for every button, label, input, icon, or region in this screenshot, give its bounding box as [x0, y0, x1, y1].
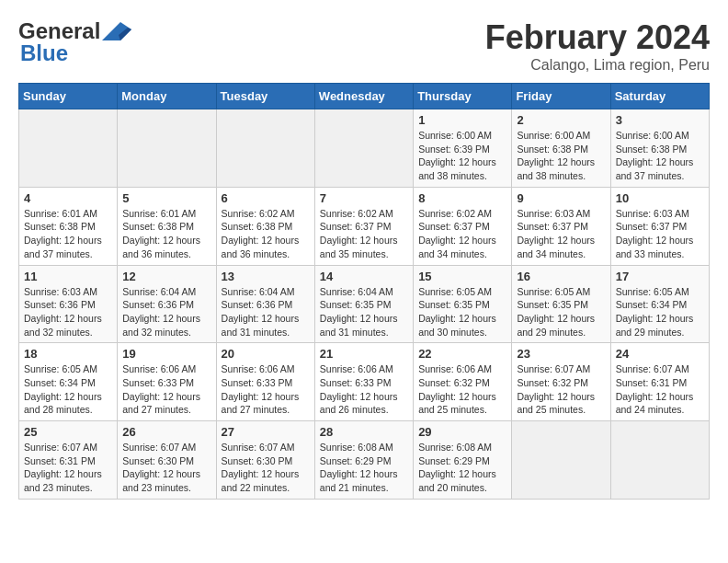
day-info: Sunrise: 6:00 AM Sunset: 6:39 PM Dayligh…	[418, 129, 506, 183]
day-number: 9	[517, 191, 605, 205]
day-info: Sunrise: 6:05 AM Sunset: 6:34 PM Dayligh…	[616, 285, 704, 339]
day-info: Sunrise: 6:05 AM Sunset: 6:34 PM Dayligh…	[24, 362, 112, 417]
calendar-cell: 23Sunrise: 6:07 AM Sunset: 6:32 PM Dayli…	[512, 343, 610, 421]
calendar-cell: 15Sunrise: 6:05 AM Sunset: 6:35 PM Dayli…	[414, 265, 512, 343]
logo-blue: Blue	[20, 40, 68, 66]
day-number: 11	[24, 270, 112, 283]
calendar-cell: 20Sunrise: 6:06 AM Sunset: 6:33 PM Dayli…	[216, 343, 314, 421]
calendar-cell: 9Sunrise: 6:03 AM Sunset: 6:37 PM Daylig…	[512, 187, 610, 265]
calendar-cell: 25Sunrise: 6:07 AM Sunset: 6:31 PM Dayli…	[19, 421, 118, 500]
calendar-cell: 6Sunrise: 6:02 AM Sunset: 6:38 PM Daylig…	[216, 187, 314, 265]
day-number: 17	[616, 270, 704, 283]
day-number: 28	[320, 425, 408, 439]
calendar-cell: 24Sunrise: 6:07 AM Sunset: 6:31 PM Dayli…	[610, 343, 709, 421]
calendar-cell: 28Sunrise: 6:08 AM Sunset: 6:29 PM Dayli…	[314, 421, 413, 500]
day-number: 24	[616, 347, 704, 361]
calendar-cell: 12Sunrise: 6:04 AM Sunset: 6:36 PM Dayli…	[118, 265, 216, 343]
day-info: Sunrise: 6:08 AM Sunset: 6:29 PM Dayligh…	[320, 441, 408, 495]
day-header-thursday: Thursday	[414, 84, 512, 109]
calendar-cell	[19, 109, 118, 188]
day-info: Sunrise: 6:06 AM Sunset: 6:33 PM Dayligh…	[122, 362, 210, 417]
day-number: 23	[517, 347, 605, 361]
day-info: Sunrise: 6:02 AM Sunset: 6:37 PM Dayligh…	[320, 207, 408, 261]
day-number: 5	[122, 191, 210, 205]
calendar-week-3: 18Sunrise: 6:05 AM Sunset: 6:34 PM Dayli…	[19, 343, 710, 421]
day-number: 7	[320, 191, 408, 205]
day-info: Sunrise: 6:06 AM Sunset: 6:33 PM Dayligh…	[320, 362, 408, 417]
day-info: Sunrise: 6:07 AM Sunset: 6:32 PM Dayligh…	[517, 362, 605, 417]
calendar-cell	[118, 109, 216, 188]
day-number: 18	[24, 347, 112, 361]
page-subtitle: Calango, Lima region, Peru	[485, 57, 710, 74]
day-info: Sunrise: 6:01 AM Sunset: 6:38 PM Dayligh…	[122, 207, 210, 261]
calendar-cell: 16Sunrise: 6:05 AM Sunset: 6:35 PM Dayli…	[512, 265, 610, 343]
calendar: SundayMondayTuesdayWednesdayThursdayFrid…	[18, 83, 710, 500]
logo: General Blue	[18, 18, 131, 66]
day-info: Sunrise: 6:06 AM Sunset: 6:33 PM Dayligh…	[222, 362, 310, 417]
day-number: 1	[418, 113, 506, 127]
day-number: 26	[122, 425, 210, 439]
day-header-monday: Monday	[118, 84, 216, 109]
day-info: Sunrise: 6:05 AM Sunset: 6:35 PM Dayligh…	[517, 285, 605, 339]
calendar-cell: 7Sunrise: 6:02 AM Sunset: 6:37 PM Daylig…	[314, 187, 413, 265]
calendar-cell	[216, 109, 314, 188]
day-number: 13	[222, 270, 310, 283]
day-number: 29	[418, 425, 506, 439]
day-number: 21	[320, 347, 408, 361]
calendar-cell: 29Sunrise: 6:08 AM Sunset: 6:29 PM Dayli…	[414, 421, 512, 500]
day-number: 25	[24, 425, 112, 439]
day-info: Sunrise: 6:04 AM Sunset: 6:35 PM Dayligh…	[320, 285, 408, 339]
day-info: Sunrise: 6:02 AM Sunset: 6:38 PM Dayligh…	[222, 207, 310, 261]
day-number: 10	[616, 191, 704, 205]
day-info: Sunrise: 6:04 AM Sunset: 6:36 PM Dayligh…	[222, 285, 310, 339]
day-info: Sunrise: 6:07 AM Sunset: 6:30 PM Dayligh…	[122, 441, 210, 495]
calendar-cell: 8Sunrise: 6:02 AM Sunset: 6:37 PM Daylig…	[414, 187, 512, 265]
day-info: Sunrise: 6:07 AM Sunset: 6:31 PM Dayligh…	[24, 441, 112, 495]
calendar-cell: 17Sunrise: 6:05 AM Sunset: 6:34 PM Dayli…	[610, 265, 709, 343]
calendar-cell: 26Sunrise: 6:07 AM Sunset: 6:30 PM Dayli…	[118, 421, 216, 500]
calendar-cell: 14Sunrise: 6:04 AM Sunset: 6:35 PM Dayli…	[314, 265, 413, 343]
calendar-body: 1Sunrise: 6:00 AM Sunset: 6:39 PM Daylig…	[19, 109, 710, 500]
day-info: Sunrise: 6:00 AM Sunset: 6:38 PM Dayligh…	[616, 129, 704, 183]
calendar-header: SundayMondayTuesdayWednesdayThursdayFrid…	[19, 84, 710, 109]
logo-icon	[102, 22, 131, 40]
day-number: 15	[418, 270, 506, 283]
calendar-cell: 19Sunrise: 6:06 AM Sunset: 6:33 PM Dayli…	[118, 343, 216, 421]
day-number: 2	[517, 113, 605, 127]
title-section: February 2024 Calango, Lima region, Peru	[485, 18, 710, 74]
day-info: Sunrise: 6:03 AM Sunset: 6:37 PM Dayligh…	[616, 207, 704, 261]
calendar-cell	[512, 421, 610, 500]
day-number: 14	[320, 270, 408, 283]
day-info: Sunrise: 6:03 AM Sunset: 6:36 PM Dayligh…	[24, 285, 112, 339]
calendar-week-4: 25Sunrise: 6:07 AM Sunset: 6:31 PM Dayli…	[19, 421, 710, 500]
day-info: Sunrise: 6:06 AM Sunset: 6:32 PM Dayligh…	[418, 362, 506, 417]
calendar-cell	[314, 109, 413, 188]
calendar-cell: 21Sunrise: 6:06 AM Sunset: 6:33 PM Dayli…	[314, 343, 413, 421]
day-number: 27	[222, 425, 310, 439]
day-number: 4	[24, 191, 112, 205]
day-number: 8	[418, 191, 506, 205]
calendar-cell: 3Sunrise: 6:00 AM Sunset: 6:38 PM Daylig…	[610, 109, 709, 188]
day-number: 16	[517, 270, 605, 283]
day-info: Sunrise: 6:08 AM Sunset: 6:29 PM Dayligh…	[418, 441, 506, 495]
calendar-cell: 1Sunrise: 6:00 AM Sunset: 6:39 PM Daylig…	[414, 109, 512, 188]
calendar-cell: 22Sunrise: 6:06 AM Sunset: 6:32 PM Dayli…	[414, 343, 512, 421]
calendar-cell: 27Sunrise: 6:07 AM Sunset: 6:30 PM Dayli…	[216, 421, 314, 500]
calendar-cell: 4Sunrise: 6:01 AM Sunset: 6:38 PM Daylig…	[19, 187, 118, 265]
calendar-cell: 13Sunrise: 6:04 AM Sunset: 6:36 PM Dayli…	[216, 265, 314, 343]
day-info: Sunrise: 6:03 AM Sunset: 6:37 PM Dayligh…	[517, 207, 605, 261]
day-header-tuesday: Tuesday	[216, 84, 314, 109]
day-number: 3	[616, 113, 704, 127]
day-info: Sunrise: 6:02 AM Sunset: 6:37 PM Dayligh…	[418, 207, 506, 261]
calendar-week-0: 1Sunrise: 6:00 AM Sunset: 6:39 PM Daylig…	[19, 109, 710, 188]
calendar-cell: 10Sunrise: 6:03 AM Sunset: 6:37 PM Dayli…	[610, 187, 709, 265]
day-header-wednesday: Wednesday	[314, 84, 413, 109]
calendar-week-2: 11Sunrise: 6:03 AM Sunset: 6:36 PM Dayli…	[19, 265, 710, 343]
day-info: Sunrise: 6:07 AM Sunset: 6:31 PM Dayligh…	[616, 362, 704, 417]
day-number: 12	[122, 270, 210, 283]
calendar-week-1: 4Sunrise: 6:01 AM Sunset: 6:38 PM Daylig…	[19, 187, 710, 265]
day-number: 20	[222, 347, 310, 361]
calendar-cell: 2Sunrise: 6:00 AM Sunset: 6:38 PM Daylig…	[512, 109, 610, 188]
page-title: February 2024	[485, 18, 710, 57]
day-info: Sunrise: 6:00 AM Sunset: 6:38 PM Dayligh…	[517, 129, 605, 183]
